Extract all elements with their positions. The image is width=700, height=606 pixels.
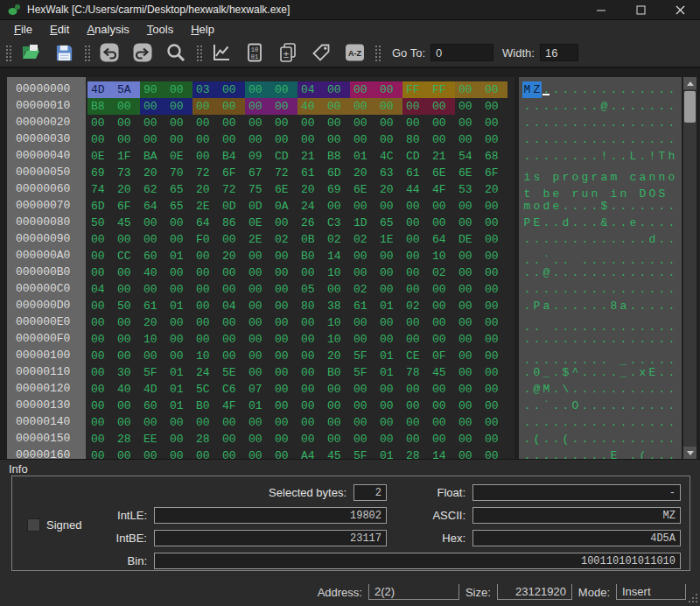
hex-byte[interactable]: 00	[219, 348, 245, 364]
ascii-char[interactable]: .	[570, 115, 580, 131]
hex-byte[interactable]: 0B	[298, 231, 324, 248]
ascii-char[interactable]: .	[648, 414, 657, 431]
ascii-char[interactable]: .	[551, 115, 561, 131]
maximize-button[interactable]	[621, 0, 661, 19]
ascii-char[interactable]: \	[561, 381, 570, 398]
ascii-char[interactable]: .	[532, 331, 542, 348]
hex-byte[interactable]: 00	[166, 281, 192, 298]
hex-byte[interactable]: 07	[245, 381, 271, 398]
hex-byte[interactable]: 00	[376, 331, 402, 348]
hex-byte[interactable]: 20	[350, 165, 376, 181]
hex-byte[interactable]: 00	[114, 115, 140, 131]
hex-byte[interactable]: 00	[88, 331, 114, 348]
ascii-char[interactable]: .	[657, 131, 667, 148]
ascii-char[interactable]: .	[609, 231, 619, 248]
ascii-char[interactable]: .	[599, 264, 609, 281]
ascii-char[interactable]: .	[570, 431, 580, 447]
hex-byte[interactable]: 02	[324, 231, 350, 248]
hex-byte[interactable]: 00	[402, 98, 429, 115]
hex-byte[interactable]: 00	[481, 298, 508, 314]
ascii-char[interactable]: .	[628, 131, 638, 148]
ascii-char[interactable]: .	[542, 281, 551, 298]
ascii-char[interactable]: .	[522, 115, 532, 131]
ascii-char[interactable]: r	[590, 169, 599, 186]
ascii-char[interactable]: .	[570, 414, 580, 431]
hex-byte[interactable]: 00	[245, 81, 271, 98]
ascii-char[interactable]: .	[648, 81, 657, 98]
bin-field[interactable]: 100110101011010	[154, 553, 681, 569]
hex-byte[interactable]: 80	[298, 298, 324, 314]
hex-byte[interactable]: 00	[114, 264, 140, 281]
hex-byte[interactable]: 00	[271, 298, 298, 314]
hex-byte[interactable]: 00	[88, 115, 114, 131]
ascii-char[interactable]: .	[561, 198, 570, 215]
hex-byte[interactable]: 00	[114, 98, 140, 115]
hex-byte[interactable]: 78	[402, 364, 429, 381]
hex-byte[interactable]: 00	[271, 414, 298, 431]
ascii-char[interactable]: .	[580, 431, 590, 447]
ascii-char[interactable]: .	[619, 198, 628, 215]
hex-byte[interactable]: 00	[271, 364, 298, 381]
hex-byte[interactable]: 00	[455, 198, 481, 215]
ascii-char[interactable]: n	[657, 169, 667, 186]
ascii-char[interactable]: .	[609, 414, 619, 431]
binary-analysis-button[interactable]: 10 01	[243, 40, 266, 65]
ascii-char[interactable]: .	[667, 281, 676, 298]
hex-byte[interactable]: 01	[245, 398, 271, 414]
hex-byte[interactable]: 5A	[114, 81, 140, 98]
hex-byte[interactable]: 00	[481, 398, 508, 414]
ascii-char[interactable]: .	[609, 115, 619, 131]
hex-byte[interactable]: 00	[455, 331, 481, 348]
hex-byte[interactable]: 6D	[88, 198, 114, 215]
ascii-char[interactable]: .	[648, 115, 657, 131]
hex-byte[interactable]: 20	[481, 181, 508, 198]
hex-byte[interactable]: 00	[245, 98, 271, 115]
hex-byte[interactable]: 00	[455, 348, 481, 364]
hex-byte[interactable]: 00	[402, 331, 429, 348]
hex-byte[interactable]: 1E	[376, 231, 402, 248]
hex-byte[interactable]: 70	[166, 165, 192, 181]
ascii-char[interactable]: 0	[532, 364, 542, 381]
ascii-char[interactable]: h	[667, 148, 676, 165]
ascii-char[interactable]: .	[590, 131, 599, 148]
vertical-scrollbar[interactable]	[683, 77, 696, 459]
ascii-char[interactable]: .	[590, 364, 599, 381]
ascii-char[interactable]: .	[667, 298, 676, 314]
ascii-char[interactable]: .	[590, 414, 599, 431]
hex-byte[interactable]: 01	[376, 447, 402, 459]
ascii-char[interactable]: .	[522, 364, 532, 381]
ascii-char[interactable]: .	[580, 115, 590, 131]
hex-byte[interactable]: 00	[166, 98, 192, 115]
hex-byte[interactable]: 00	[219, 231, 245, 248]
charts-button[interactable]	[210, 40, 233, 65]
ascii-char[interactable]: .	[619, 398, 628, 414]
ascii-char[interactable]: .	[638, 215, 648, 231]
ascii-pane-rows[interactable]: MZ......................@...............…	[519, 77, 682, 459]
hex-byte[interactable]: 00	[166, 414, 192, 431]
ascii-char[interactable]: .	[551, 98, 561, 115]
hex-byte[interactable]: 5F	[350, 348, 376, 364]
hex-byte[interactable]: 00	[376, 264, 402, 281]
ascii-char[interactable]: .	[599, 131, 609, 148]
ascii-char[interactable]: .	[657, 98, 667, 115]
hex-byte[interactable]: 00	[271, 81, 298, 98]
ascii-char[interactable]: .	[561, 398, 570, 414]
hex-byte[interactable]: 65	[166, 198, 192, 215]
ascii-char[interactable]: T	[657, 148, 667, 165]
ascii-char[interactable]: P	[522, 215, 532, 231]
ascii-char[interactable]: .	[570, 81, 580, 98]
ascii-char[interactable]: .	[542, 414, 551, 431]
hex-byte[interactable]: 00	[402, 198, 429, 215]
ascii-char[interactable]: .	[609, 98, 619, 115]
ascii-char[interactable]	[542, 164, 551, 180]
hex-byte[interactable]: 00	[455, 447, 481, 459]
hex-byte[interactable]: 0F	[429, 348, 455, 364]
tags-button[interactable]	[310, 40, 332, 65]
ascii-char[interactable]: i	[522, 169, 532, 186]
ascii-char[interactable]: .	[551, 298, 561, 314]
hex-byte[interactable]: 00	[219, 414, 245, 431]
ascii-char[interactable]: .	[522, 231, 532, 248]
hex-byte[interactable]: 00	[324, 414, 350, 431]
hex-byte[interactable]: 00	[481, 115, 508, 131]
ascii-char[interactable]: .	[522, 414, 532, 431]
